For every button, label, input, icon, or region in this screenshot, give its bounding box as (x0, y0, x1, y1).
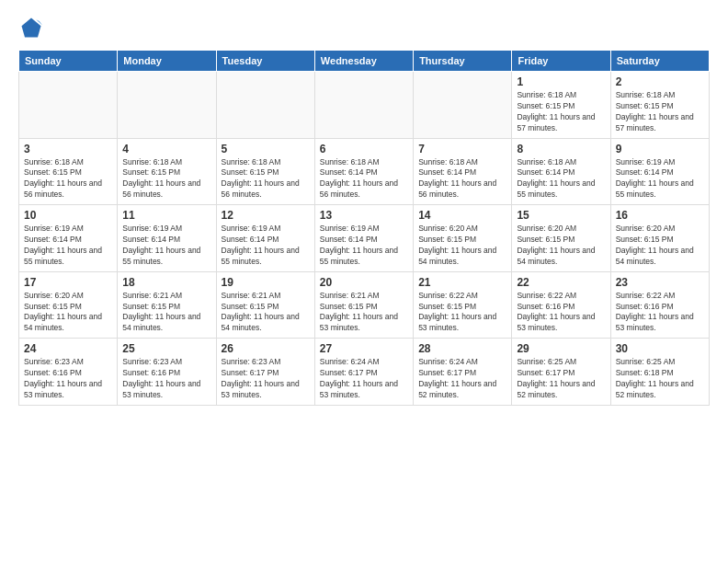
calendar-cell: 11Sunrise: 6:19 AM Sunset: 6:14 PM Dayli… (118, 205, 216, 272)
calendar-week-3: 17Sunrise: 6:20 AM Sunset: 6:15 PM Dayli… (19, 271, 710, 339)
day-info: Sunrise: 6:18 AM Sunset: 6:15 PM Dayligh… (616, 90, 704, 134)
day-info: Sunrise: 6:25 AM Sunset: 6:17 PM Dayligh… (517, 357, 605, 401)
calendar-week-1: 3Sunrise: 6:18 AM Sunset: 6:15 PM Daylig… (19, 138, 710, 205)
day-header-wednesday: Wednesday (314, 51, 413, 72)
calendar-cell: 27Sunrise: 6:24 AM Sunset: 6:17 PM Dayli… (314, 339, 413, 406)
day-number: 26 (222, 342, 310, 355)
day-number: 3 (24, 143, 112, 155)
day-info: Sunrise: 6:22 AM Sunset: 6:16 PM Dayligh… (616, 291, 704, 335)
calendar-cell: 8Sunrise: 6:18 AM Sunset: 6:14 PM Daylig… (512, 138, 610, 205)
day-number: 30 (616, 342, 704, 355)
day-info: Sunrise: 6:19 AM Sunset: 6:14 PM Dayligh… (320, 224, 408, 268)
calendar-cell: 3Sunrise: 6:18 AM Sunset: 6:15 PM Daylig… (19, 138, 118, 205)
day-header-sunday: Sunday (19, 51, 118, 72)
day-info: Sunrise: 6:18 AM Sunset: 6:15 PM Dayligh… (222, 157, 310, 201)
day-number: 10 (24, 209, 112, 222)
day-number: 12 (222, 209, 310, 222)
calendar-cell: 19Sunrise: 6:21 AM Sunset: 6:15 PM Dayli… (216, 271, 314, 339)
day-info: Sunrise: 6:21 AM Sunset: 6:15 PM Dayligh… (122, 291, 210, 335)
day-number: 17 (24, 276, 112, 289)
day-number: 7 (418, 143, 506, 155)
day-number: 9 (616, 143, 704, 155)
day-number: 15 (517, 209, 605, 222)
page: SundayMondayTuesdayWednesdayThursdayFrid… (0, 0, 728, 563)
calendar-header: SundayMondayTuesdayWednesdayThursdayFrid… (19, 51, 710, 72)
day-number: 11 (122, 209, 210, 222)
day-info: Sunrise: 6:21 AM Sunset: 6:15 PM Dayligh… (320, 291, 408, 335)
day-header-monday: Monday (118, 51, 216, 72)
calendar-cell: 26Sunrise: 6:23 AM Sunset: 6:17 PM Dayli… (216, 339, 314, 406)
day-info: Sunrise: 6:18 AM Sunset: 6:15 PM Dayligh… (122, 157, 210, 201)
calendar-week-2: 10Sunrise: 6:19 AM Sunset: 6:14 PM Dayli… (19, 205, 710, 272)
day-info: Sunrise: 6:21 AM Sunset: 6:15 PM Dayligh… (222, 291, 310, 335)
day-info: Sunrise: 6:20 AM Sunset: 6:15 PM Dayligh… (616, 224, 704, 268)
day-number: 8 (517, 143, 605, 155)
calendar-cell (118, 72, 216, 139)
day-info: Sunrise: 6:23 AM Sunset: 6:17 PM Dayligh… (222, 357, 310, 401)
calendar-cell: 21Sunrise: 6:22 AM Sunset: 6:15 PM Dayli… (414, 271, 512, 339)
calendar-cell (314, 72, 413, 139)
calendar-cell: 7Sunrise: 6:18 AM Sunset: 6:14 PM Daylig… (414, 138, 512, 205)
day-number: 2 (616, 75, 704, 88)
header (18, 15, 710, 40)
day-info: Sunrise: 6:18 AM Sunset: 6:14 PM Dayligh… (320, 157, 408, 201)
calendar-cell: 5Sunrise: 6:18 AM Sunset: 6:15 PM Daylig… (216, 138, 314, 205)
calendar-cell: 12Sunrise: 6:19 AM Sunset: 6:14 PM Dayli… (216, 205, 314, 272)
day-number: 13 (320, 209, 408, 222)
day-info: Sunrise: 6:22 AM Sunset: 6:15 PM Dayligh… (418, 291, 506, 335)
calendar-week-4: 24Sunrise: 6:23 AM Sunset: 6:16 PM Dayli… (19, 339, 710, 406)
day-info: Sunrise: 6:18 AM Sunset: 6:14 PM Dayligh… (418, 157, 506, 201)
calendar-cell (414, 72, 512, 139)
calendar-cell: 30Sunrise: 6:25 AM Sunset: 6:18 PM Dayli… (610, 339, 709, 406)
day-number: 28 (418, 342, 506, 355)
day-number: 25 (122, 342, 210, 355)
calendar-cell: 23Sunrise: 6:22 AM Sunset: 6:16 PM Dayli… (610, 271, 709, 339)
day-info: Sunrise: 6:20 AM Sunset: 6:15 PM Dayligh… (517, 224, 605, 268)
calendar-cell: 17Sunrise: 6:20 AM Sunset: 6:15 PM Dayli… (19, 271, 118, 339)
day-number: 19 (222, 276, 310, 289)
day-info: Sunrise: 6:18 AM Sunset: 6:14 PM Dayligh… (517, 157, 605, 201)
calendar-cell: 1Sunrise: 6:18 AM Sunset: 6:15 PM Daylig… (512, 72, 610, 139)
day-header-saturday: Saturday (610, 51, 709, 72)
day-info: Sunrise: 6:23 AM Sunset: 6:16 PM Dayligh… (24, 357, 112, 401)
day-header-thursday: Thursday (414, 51, 512, 72)
day-info: Sunrise: 6:22 AM Sunset: 6:16 PM Dayligh… (517, 291, 605, 335)
calendar-cell: 22Sunrise: 6:22 AM Sunset: 6:16 PM Dayli… (512, 271, 610, 339)
day-number: 16 (616, 209, 704, 222)
day-info: Sunrise: 6:19 AM Sunset: 6:14 PM Dayligh… (122, 224, 210, 268)
calendar-body: 1Sunrise: 6:18 AM Sunset: 6:15 PM Daylig… (19, 72, 710, 406)
header-row: SundayMondayTuesdayWednesdayThursdayFrid… (19, 51, 710, 72)
day-info: Sunrise: 6:18 AM Sunset: 6:15 PM Dayligh… (517, 90, 605, 134)
day-header-friday: Friday (512, 51, 610, 72)
day-number: 6 (320, 143, 408, 155)
day-info: Sunrise: 6:20 AM Sunset: 6:15 PM Dayligh… (24, 291, 112, 335)
calendar-cell: 4Sunrise: 6:18 AM Sunset: 6:15 PM Daylig… (118, 138, 216, 205)
day-info: Sunrise: 6:19 AM Sunset: 6:14 PM Dayligh… (616, 157, 704, 201)
day-number: 29 (517, 342, 605, 355)
day-number: 21 (418, 276, 506, 289)
day-info: Sunrise: 6:24 AM Sunset: 6:17 PM Dayligh… (418, 357, 506, 401)
logo (18, 15, 48, 40)
calendar-cell: 20Sunrise: 6:21 AM Sunset: 6:15 PM Dayli… (314, 271, 413, 339)
calendar-cell: 29Sunrise: 6:25 AM Sunset: 6:17 PM Dayli… (512, 339, 610, 406)
day-info: Sunrise: 6:20 AM Sunset: 6:15 PM Dayligh… (418, 224, 506, 268)
day-number: 5 (222, 143, 310, 155)
calendar-cell: 18Sunrise: 6:21 AM Sunset: 6:15 PM Dayli… (118, 271, 216, 339)
logo-icon (18, 15, 44, 40)
day-number: 23 (616, 276, 704, 289)
calendar-cell: 2Sunrise: 6:18 AM Sunset: 6:15 PM Daylig… (610, 72, 709, 139)
day-info: Sunrise: 6:25 AM Sunset: 6:18 PM Dayligh… (616, 357, 704, 401)
calendar-cell: 14Sunrise: 6:20 AM Sunset: 6:15 PM Dayli… (414, 205, 512, 272)
day-info: Sunrise: 6:24 AM Sunset: 6:17 PM Dayligh… (320, 357, 408, 401)
calendar-table: SundayMondayTuesdayWednesdayThursdayFrid… (18, 50, 710, 406)
calendar-cell: 25Sunrise: 6:23 AM Sunset: 6:16 PM Dayli… (118, 339, 216, 406)
calendar-cell (19, 72, 118, 139)
day-number: 18 (122, 276, 210, 289)
calendar-cell: 28Sunrise: 6:24 AM Sunset: 6:17 PM Dayli… (414, 339, 512, 406)
calendar-cell: 6Sunrise: 6:18 AM Sunset: 6:14 PM Daylig… (314, 138, 413, 205)
day-info: Sunrise: 6:19 AM Sunset: 6:14 PM Dayligh… (222, 224, 310, 268)
day-info: Sunrise: 6:19 AM Sunset: 6:14 PM Dayligh… (24, 224, 112, 268)
day-number: 14 (418, 209, 506, 222)
day-number: 1 (517, 75, 605, 88)
calendar-cell: 16Sunrise: 6:20 AM Sunset: 6:15 PM Dayli… (610, 205, 709, 272)
